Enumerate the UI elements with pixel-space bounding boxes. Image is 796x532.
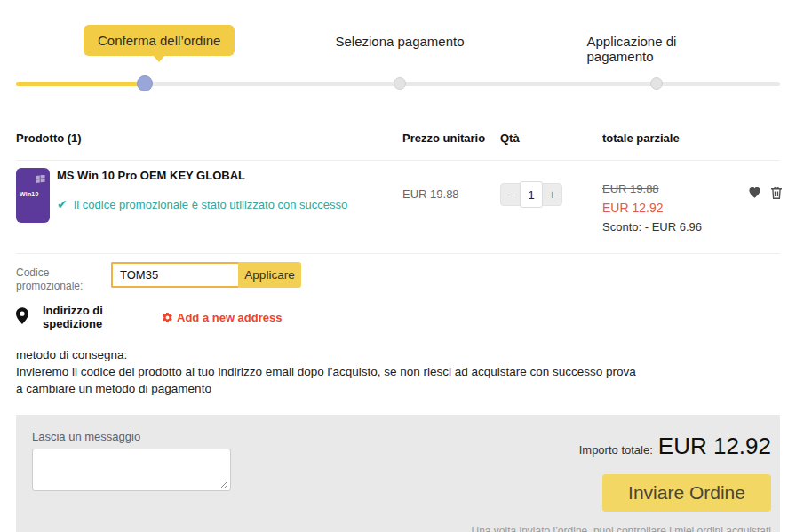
header-subtotal: totale parziale [602, 131, 746, 145]
product-thumbnail-label: Win10 [20, 191, 39, 197]
product-thumbnail[interactable]: Win10 [16, 168, 50, 223]
discount-amount: Sconto: - EUR 6.96 [602, 220, 746, 234]
promo-code-label: Codice promozionale: [16, 262, 111, 293]
promo-code-input[interactable] [111, 262, 238, 288]
progress-dot-step2[interactable] [394, 77, 406, 90]
wishlist-heart-button[interactable] [746, 184, 763, 202]
promo-code-section: Codice promozionale: Applicare [16, 262, 780, 293]
cart-row: Win10 MS Win 10 Pro OEM KEY GLOBAL ✔ Il … [16, 161, 780, 254]
step-confirm-order-label: Conferma dell’ordine [98, 33, 220, 48]
original-price: EUR 19.88 [602, 182, 746, 195]
delivery-method-section: metodo di consegna: Invieremo il codice … [16, 346, 642, 397]
progress-fill [16, 82, 145, 86]
checkout-stepper: Conferma dell’ordine Seleziona pagamento… [0, 0, 796, 93]
order-summary-panel: Lascia un messaggio Importo totale: EUR … [16, 415, 780, 532]
step-select-payment: Seleziona pagamento [335, 34, 464, 49]
total-line: Importo totale: EUR 12.92 [579, 433, 771, 460]
discounted-price: EUR 12.92 [602, 201, 746, 215]
quantity-input[interactable] [520, 181, 543, 208]
header-qty: Qtà [500, 131, 602, 145]
unit-price: EUR 19.88 [402, 187, 500, 234]
header-unit-price: Prezzo unitario [402, 131, 500, 145]
shipping-address-section: Indirizzo di spedizione Add a new addres… [16, 304, 780, 330]
promo-success-message: ✔ Il codice promozionale è stato utilizz… [57, 197, 347, 211]
step-confirm-order[interactable]: Conferma dell’ordine [84, 25, 235, 56]
trash-icon [768, 184, 784, 201]
step-payment-application: Applicazione di pagamento [587, 34, 727, 64]
order-footer-note: Una volta inviato l’ordine, puoi control… [471, 525, 771, 532]
add-new-address-button[interactable]: Add a new address [162, 311, 282, 324]
delivery-method-title: metodo di consegna: [16, 346, 642, 363]
quantity-stepper: − + [500, 183, 562, 206]
add-new-address-label: Add a new address [177, 311, 282, 324]
promo-success-text: Il codice promozionale è stato utilizzat… [74, 198, 348, 211]
shipping-address-title: Indirizzo di spedizione [43, 304, 162, 330]
progress-dot-step3[interactable] [650, 77, 663, 90]
cart-table-header: Prodotto (1) Prezzo unitario Qtà totale … [16, 131, 780, 161]
quantity-decrease-button[interactable]: − [501, 183, 520, 206]
windows-logo-icon [36, 175, 45, 184]
heart-icon [746, 184, 763, 200]
apply-promo-button[interactable]: Applicare [238, 262, 301, 288]
message-label: Lascia un messaggio [32, 430, 140, 443]
check-icon: ✔ [57, 197, 68, 211]
delivery-method-description: Invieremo il codice del prodotto al tuo … [16, 363, 642, 397]
product-name[interactable]: MS Win 10 Pro OEM KEY GLOBAL [57, 169, 347, 182]
location-pin-icon [16, 307, 28, 324]
total-value: EUR 12.92 [658, 433, 771, 460]
gear-icon [162, 312, 173, 323]
cart-table: Prodotto (1) Prezzo unitario Qtà totale … [16, 131, 780, 254]
progress-track [16, 82, 780, 86]
message-textarea[interactable] [32, 449, 231, 491]
header-product: Prodotto (1) [16, 131, 402, 145]
total-label: Importo totale: [579, 443, 653, 457]
remove-item-button[interactable] [768, 184, 784, 202]
submit-order-button[interactable]: Inviare Ordine [602, 474, 771, 512]
subtotal-cell: EUR 19.88 EUR 12.92 Sconto: - EUR 6.96 [602, 182, 746, 234]
quantity-increase-button[interactable]: + [543, 183, 561, 206]
progress-dot-active[interactable] [137, 75, 153, 91]
